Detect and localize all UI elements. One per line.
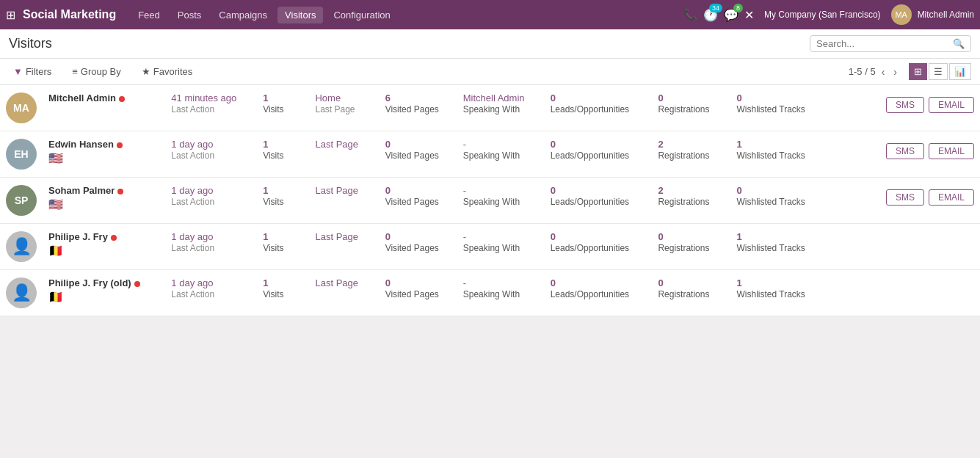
sms-button[interactable]: SMS — [886, 189, 924, 206]
leads-cell: 0 Leads/Opportunities — [545, 270, 653, 316]
visited-sub: Visited Pages — [385, 150, 439, 161]
action-cell: SMS EMAIL — [827, 178, 980, 224]
action-cell: SMS EMAIL — [827, 131, 980, 178]
speaking-value[interactable]: Mitchell Admin — [463, 92, 525, 103]
online-indicator — [117, 142, 123, 148]
leads-cell: 0 Leads/Opportunities — [545, 131, 653, 178]
filters-label: Filters — [26, 66, 51, 77]
wishlisted-sub: Wishlisted Tracks — [736, 243, 805, 253]
lastpage-value[interactable]: Last Page — [315, 231, 358, 242]
avatar-placeholder: 👤 — [6, 277, 37, 308]
speaking-value[interactable]: - — [463, 139, 466, 150]
table-row: MA Mitchell Admin 41 minutes ago Last Ac… — [0, 85, 980, 131]
visits-value: 1 — [263, 139, 303, 150]
lastpage-value[interactable]: Last Page — [315, 185, 358, 196]
wishlisted-cell: 0 Wishlisted Tracks — [730, 85, 826, 131]
avatar: EH — [6, 139, 37, 170]
sms-button[interactable]: SMS — [886, 143, 924, 159]
avatar-initials: MA — [895, 10, 907, 19]
user-avatar[interactable]: MA — [891, 4, 912, 25]
wishlisted-cell: 1 Wishlisted Tracks — [730, 131, 826, 178]
wishlisted-value: 1 — [736, 277, 820, 288]
leads-value: 0 — [551, 277, 647, 288]
toolbar: Visitors 🔍 — [0, 29, 980, 59]
online-indicator — [134, 281, 140, 287]
clock-icon[interactable]: 🕐 34 — [703, 8, 718, 22]
visits-value: 1 — [263, 277, 303, 288]
speaking-value[interactable]: - — [463, 277, 466, 288]
time-sub: Last Action — [171, 150, 214, 161]
lastpage-value[interactable]: Home — [315, 92, 341, 103]
chart-view-button[interactable]: 📊 — [949, 63, 971, 80]
nav-visitors[interactable]: Visitors — [277, 7, 323, 23]
visitor-name[interactable]: Edwin Hansen — [48, 139, 159, 150]
avatar-placeholder: 👤 — [6, 231, 37, 262]
visited-sub: Visited Pages — [385, 197, 439, 207]
time-sub: Last Action — [171, 289, 214, 299]
name-cell: Philipe J. Fry (old) 🇧🇪 — [43, 270, 165, 316]
speaking-value[interactable]: - — [463, 185, 466, 196]
group-by-button[interactable]: ≡ Group By — [68, 65, 126, 79]
speaking-sub: Speaking With — [463, 104, 520, 114]
nav-feed[interactable]: Feed — [131, 7, 167, 23]
nav-configuration[interactable]: Configuration — [326, 7, 397, 23]
speaking-cell: Mitchell Admin Speaking With — [457, 85, 545, 131]
lastpage-value[interactable]: Last Page — [315, 277, 358, 288]
action-buttons: SMS EMAIL — [832, 185, 974, 206]
chat-icon[interactable]: 💬 8 — [724, 8, 738, 22]
time-value: 1 day ago — [171, 139, 213, 150]
name-cell: Mitchell Admin — [43, 85, 165, 131]
visitor-name[interactable]: Philipe J. Fry (old) — [48, 277, 159, 288]
flag-icon: 🇺🇸 — [48, 151, 159, 165]
visitor-name[interactable]: Mitchell Admin — [48, 92, 159, 103]
chat-badge: 8 — [733, 4, 743, 12]
favorites-button[interactable]: ★ Favorites — [137, 65, 197, 79]
search-input[interactable] — [816, 38, 953, 49]
visited-value: 0 — [385, 139, 451, 150]
sms-button[interactable]: SMS — [886, 97, 924, 113]
email-button[interactable]: EMAIL — [929, 189, 974, 206]
speaking-sub: Speaking With — [463, 289, 520, 299]
email-button[interactable]: EMAIL — [929, 143, 974, 159]
email-button[interactable]: EMAIL — [929, 97, 974, 113]
action-cell: SMS EMAIL — [827, 85, 980, 131]
registrations-sub: Registrations — [658, 289, 709, 299]
speaking-cell: - Speaking With — [457, 131, 545, 178]
list-view-button[interactable]: ☰ — [929, 63, 948, 80]
grid-view-button[interactable]: ⊞ — [909, 63, 927, 80]
app-brand: Social Marketing — [23, 8, 116, 21]
nav-posts[interactable]: Posts — [170, 7, 209, 23]
next-page-button[interactable]: › — [890, 65, 900, 79]
wishlisted-value: 0 — [736, 185, 820, 196]
grid-icon[interactable]: ⊞ — [6, 8, 15, 22]
page-title: Visitors — [9, 36, 804, 51]
wishlisted-sub: Wishlisted Tracks — [736, 289, 805, 299]
time-sub: Last Action — [171, 197, 214, 207]
nav-campaigns[interactable]: Campaigns — [211, 7, 275, 23]
registrations-value: 0 — [658, 277, 725, 288]
lastpage-value[interactable]: Last Page — [315, 139, 358, 150]
filters-button[interactable]: ▼ Filters — [9, 65, 56, 79]
lastpage-cell: Last Page — [309, 131, 379, 178]
leads-cell: 0 Leads/Opportunities — [545, 224, 653, 270]
filter-icon: ▼ — [13, 66, 23, 77]
time-value: 41 minutes ago — [171, 92, 236, 103]
visits-value: 1 — [263, 185, 303, 196]
visitor-name[interactable]: Soham Palmer — [48, 185, 159, 196]
wishlisted-cell: 0 Wishlisted Tracks — [730, 178, 826, 224]
leads-value: 0 — [551, 231, 647, 242]
speaking-value[interactable]: - — [463, 231, 466, 242]
registrations-value: 2 — [658, 139, 725, 150]
visited-cell: 0 Visited Pages — [380, 270, 457, 316]
prev-page-button[interactable]: ‹ — [879, 65, 888, 79]
visits-cell: 1 Visits — [257, 131, 309, 178]
main-content: Visitors 🔍 ▼ Filters ≡ Group By ★ Favori… — [0, 29, 980, 316]
avatar-cell: SP — [0, 178, 43, 224]
registrations-cell: 2 Registrations — [652, 178, 730, 224]
close-icon[interactable]: ✕ — [744, 8, 754, 22]
nav-right: 📞 🕐 34 💬 8 ✕ My Company (San Francisco) … — [683, 4, 974, 25]
phone-icon[interactable]: 📞 — [683, 8, 697, 21]
star-icon: ★ — [142, 66, 150, 77]
wishlisted-sub: Wishlisted Tracks — [736, 150, 805, 161]
visitor-name[interactable]: Philipe J. Fry — [48, 231, 159, 242]
